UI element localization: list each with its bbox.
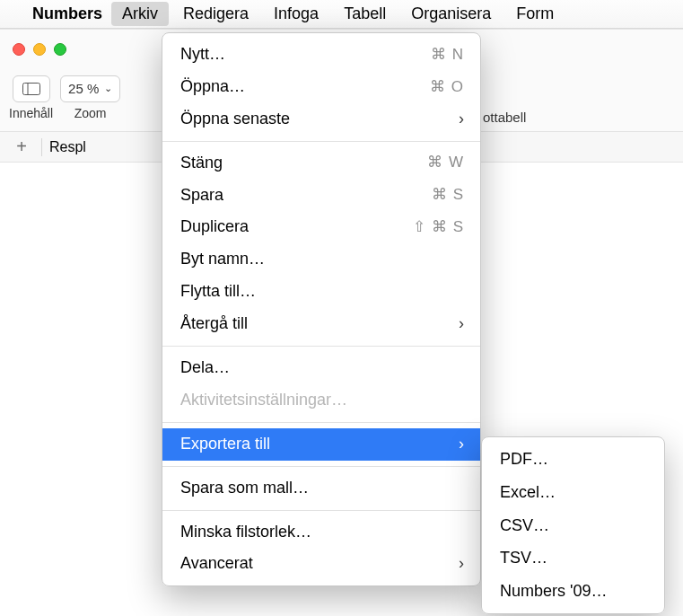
menu-item-spara-som-mall[interactable]: Spara som mall…: [162, 472, 480, 505]
submenu-item-pdf[interactable]: PDF…: [482, 443, 664, 476]
menu-item-label: Flytta till…: [180, 279, 256, 304]
separator: [41, 138, 42, 156]
chevron-right-icon: ›: [459, 312, 464, 337]
app-name[interactable]: Numbers: [32, 4, 102, 23]
toolbar-pivot-label: ottabell: [483, 110, 526, 125]
menu-divider: [162, 466, 480, 467]
menu-form[interactable]: Form: [516, 4, 554, 23]
arkiv-menu: Nytt… ⌘ N Öppna… ⌘ O Öppna senaste › Stä…: [162, 32, 481, 586]
menu-item-byt-namn[interactable]: Byt namn…: [162, 243, 480, 276]
menu-item-exportera-till[interactable]: Exportera till ›: [162, 428, 480, 461]
toolbar-innehall-label: Innehåll: [9, 106, 53, 120]
menu-item-aktivitet: Aktivitetsinställningar…: [162, 384, 480, 417]
menu-item-nytt[interactable]: Nytt… ⌘ N: [162, 39, 480, 71]
menu-item-oppna-senaste[interactable]: Öppna senaste ›: [162, 103, 480, 136]
exportera-submenu: PDF… Excel… CSV… TSV… Numbers '09…: [481, 436, 665, 614]
shortcut: ⌘ S: [432, 183, 464, 207]
submenu-item-csv[interactable]: CSV…: [482, 509, 664, 542]
chevron-down-icon: ⌄: [104, 83, 112, 94]
menu-arkiv[interactable]: Arkiv: [111, 2, 169, 26]
chevron-right-icon: ›: [459, 551, 464, 576]
sheet-tab[interactable]: Respl: [49, 139, 86, 155]
menu-item-label: Nytt…: [180, 42, 225, 67]
menu-item-dela[interactable]: Dela…: [162, 352, 480, 384]
menu-item-label: Duplicera: [180, 215, 249, 240]
menu-item-label: Öppna…: [180, 75, 245, 100]
add-sheet-button[interactable]: +: [9, 136, 34, 157]
shortcut: ⇧ ⌘ S: [413, 216, 464, 239]
menu-item-label: Exportera till: [180, 432, 270, 457]
menu-item-label: Avancerat: [180, 551, 253, 576]
chevron-right-icon: ›: [459, 432, 464, 457]
menu-item-minska-filstorlek[interactable]: Minska filstorlek…: [162, 516, 480, 549]
zoom-window-button[interactable]: [54, 43, 66, 56]
window-controls: [13, 43, 66, 56]
zoom-value: 25 %: [68, 81, 99, 96]
menu-tabell[interactable]: Tabell: [344, 4, 386, 23]
submenu-item-excel[interactable]: Excel…: [482, 476, 664, 509]
menu-item-oppna[interactable]: Öppna… ⌘ O: [162, 71, 480, 103]
chevron-right-icon: ›: [459, 107, 464, 132]
menu-item-label: Byt namn…: [180, 247, 265, 272]
menu-redigera[interactable]: Redigera: [183, 4, 249, 23]
menu-item-avancerat[interactable]: Avancerat ›: [162, 548, 480, 580]
minimize-window-button[interactable]: [33, 43, 46, 56]
menu-divider: [162, 510, 480, 511]
menu-item-aterga-till[interactable]: Återgå till ›: [162, 308, 480, 340]
toolbar-innehall[interactable]: Innehåll: [9, 75, 53, 120]
shortcut: ⌘ N: [431, 43, 464, 66]
menu-item-label: Återgå till: [180, 312, 248, 337]
submenu-item-tsv[interactable]: TSV…: [482, 541, 664, 575]
close-window-button[interactable]: [13, 43, 25, 56]
toolbar-zoom-label: Zoom: [74, 106, 107, 120]
menu-item-label: Spara: [180, 183, 223, 208]
menu-item-spara[interactable]: Spara ⌘ S: [162, 180, 480, 212]
menu-divider: [162, 141, 480, 142]
menu-item-label: Dela…: [180, 356, 230, 381]
menubar: Numbers Arkiv Redigera Infoga Tabell Org…: [0, 0, 683, 29]
submenu-item-numbers09[interactable]: Numbers '09…: [482, 575, 664, 608]
menu-item-label: Stäng: [180, 151, 223, 176]
menu-organisera[interactable]: Organisera: [411, 4, 491, 23]
menu-item-label: Minska filstorlek…: [180, 520, 311, 545]
menu-divider: [162, 422, 480, 423]
menu-infoga[interactable]: Infoga: [274, 4, 319, 23]
menu-item-duplicera[interactable]: Duplicera ⇧ ⌘ S: [162, 211, 480, 243]
menu-item-label: Spara som mall…: [180, 476, 309, 501]
shortcut: ⌘ O: [430, 75, 464, 99]
menu-divider: [162, 346, 480, 347]
toolbar-zoom[interactable]: 25 % ⌄ Zoom: [60, 75, 120, 120]
menu-item-flytta-till[interactable]: Flytta till…: [162, 276, 480, 308]
menu-item-label: Aktivitetsinställningar…: [180, 388, 347, 413]
menu-item-stang[interactable]: Stäng ⌘ W: [162, 147, 480, 180]
menu-item-label: Öppna senaste: [180, 107, 290, 132]
svg-rect-0: [22, 83, 39, 94]
zoom-dropdown[interactable]: 25 % ⌄: [60, 75, 120, 102]
shortcut: ⌘ W: [427, 151, 464, 174]
sidebar-icon[interactable]: [13, 75, 50, 102]
